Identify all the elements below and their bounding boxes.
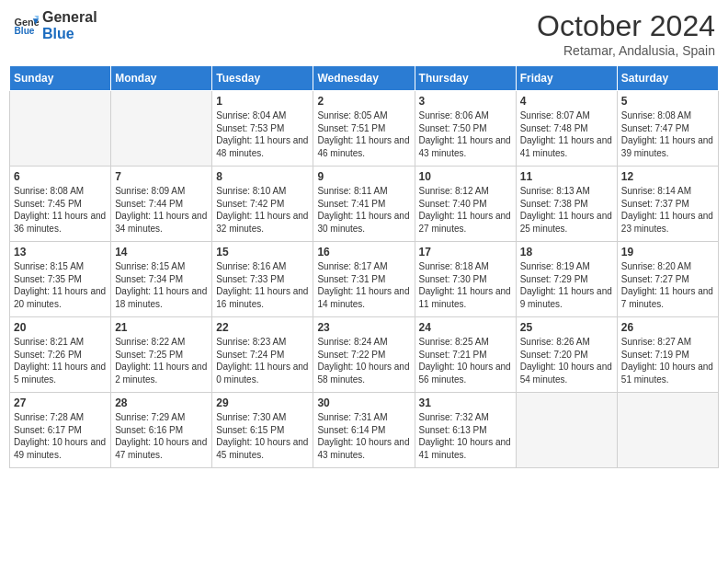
- day-number: 12: [621, 170, 714, 183]
- day-number: 20: [14, 321, 107, 334]
- calendar-cell: 9Sunrise: 8:11 AM Sunset: 7:41 PM Daylig…: [313, 167, 415, 242]
- calendar-cell: 16Sunrise: 8:17 AM Sunset: 7:31 PM Dayli…: [313, 242, 415, 317]
- day-number: 14: [115, 246, 208, 259]
- calendar-cell: 3Sunrise: 8:06 AM Sunset: 7:50 PM Daylig…: [415, 91, 516, 167]
- day-number: 19: [621, 246, 714, 259]
- title-block: October 2024 Retamar, Andalusia, Spain: [537, 9, 715, 58]
- calendar-cell: 17Sunrise: 8:18 AM Sunset: 7:30 PM Dayli…: [415, 242, 516, 317]
- calendar-cell: 20Sunrise: 8:21 AM Sunset: 7:26 PM Dayli…: [10, 317, 111, 393]
- calendar-cell: 14Sunrise: 8:15 AM Sunset: 7:34 PM Dayli…: [111, 242, 212, 317]
- calendar-cell: 29Sunrise: 7:30 AM Sunset: 6:15 PM Dayli…: [212, 393, 313, 468]
- weekday-header-row: SundayMondayTuesdayWednesdayThursdayFrid…: [10, 66, 719, 91]
- cell-info: Sunrise: 8:17 AM Sunset: 7:31 PM Dayligh…: [317, 260, 410, 310]
- day-number: 23: [317, 321, 410, 334]
- calendar-week-row: 27Sunrise: 7:28 AM Sunset: 6:17 PM Dayli…: [10, 393, 719, 468]
- cell-info: Sunrise: 8:08 AM Sunset: 7:45 PM Dayligh…: [14, 185, 107, 235]
- cell-info: Sunrise: 8:15 AM Sunset: 7:34 PM Dayligh…: [115, 260, 208, 310]
- cell-info: Sunrise: 8:14 AM Sunset: 7:37 PM Dayligh…: [621, 185, 714, 235]
- day-number: 15: [216, 246, 309, 259]
- cell-info: Sunrise: 8:23 AM Sunset: 7:24 PM Dayligh…: [216, 336, 309, 385]
- calendar-cell: 31Sunrise: 7:32 AM Sunset: 6:13 PM Dayli…: [415, 393, 516, 468]
- calendar-cell: 24Sunrise: 8:25 AM Sunset: 7:21 PM Dayli…: [415, 317, 516, 393]
- weekday-header: Thursday: [415, 66, 516, 91]
- calendar-cell: 27Sunrise: 7:28 AM Sunset: 6:17 PM Dayli…: [10, 393, 111, 468]
- cell-info: Sunrise: 8:20 AM Sunset: 7:27 PM Dayligh…: [621, 260, 714, 310]
- weekday-header: Wednesday: [313, 66, 415, 91]
- cell-info: Sunrise: 8:08 AM Sunset: 7:47 PM Dayligh…: [621, 109, 714, 159]
- day-number: 13: [14, 246, 107, 259]
- day-number: 11: [520, 170, 613, 183]
- day-number: 16: [317, 246, 410, 259]
- svg-text:Blue: Blue: [15, 26, 35, 36]
- calendar-cell: 4Sunrise: 8:07 AM Sunset: 7:48 PM Daylig…: [516, 91, 617, 167]
- cell-info: Sunrise: 8:07 AM Sunset: 7:48 PM Dayligh…: [520, 109, 613, 159]
- logo-icon: General Blue: [13, 13, 39, 39]
- day-number: 10: [419, 170, 512, 183]
- calendar-cell: 7Sunrise: 8:09 AM Sunset: 7:44 PM Daylig…: [111, 167, 212, 242]
- calendar-cell: 22Sunrise: 8:23 AM Sunset: 7:24 PM Dayli…: [212, 317, 313, 393]
- cell-info: Sunrise: 8:25 AM Sunset: 7:21 PM Dayligh…: [419, 336, 512, 385]
- calendar-table: SundayMondayTuesdayWednesdayThursdayFrid…: [9, 65, 719, 468]
- day-number: 28: [115, 396, 208, 409]
- calendar-cell: 18Sunrise: 8:19 AM Sunset: 7:29 PM Dayli…: [516, 242, 617, 317]
- calendar-week-row: 13Sunrise: 8:15 AM Sunset: 7:35 PM Dayli…: [10, 242, 719, 317]
- calendar-cell: [10, 91, 111, 167]
- calendar-cell: 28Sunrise: 7:29 AM Sunset: 6:16 PM Dayli…: [111, 393, 212, 468]
- calendar-cell: 12Sunrise: 8:14 AM Sunset: 7:37 PM Dayli…: [617, 167, 718, 242]
- day-number: 6: [14, 170, 107, 183]
- cell-info: Sunrise: 8:12 AM Sunset: 7:40 PM Dayligh…: [419, 185, 512, 235]
- calendar-cell: 23Sunrise: 8:24 AM Sunset: 7:22 PM Dayli…: [313, 317, 415, 393]
- cell-info: Sunrise: 8:06 AM Sunset: 7:50 PM Dayligh…: [419, 109, 512, 159]
- day-number: 3: [419, 95, 512, 108]
- cell-info: Sunrise: 8:22 AM Sunset: 7:25 PM Dayligh…: [115, 336, 208, 385]
- cell-info: Sunrise: 8:10 AM Sunset: 7:42 PM Dayligh…: [216, 185, 309, 235]
- day-number: 9: [317, 170, 410, 183]
- calendar-cell: 30Sunrise: 7:31 AM Sunset: 6:14 PM Dayli…: [313, 393, 415, 468]
- calendar-cell: 2Sunrise: 8:05 AM Sunset: 7:51 PM Daylig…: [313, 91, 415, 167]
- calendar-cell: 15Sunrise: 8:16 AM Sunset: 7:33 PM Dayli…: [212, 242, 313, 317]
- day-number: 27: [14, 396, 107, 409]
- cell-info: Sunrise: 7:28 AM Sunset: 6:17 PM Dayligh…: [14, 411, 107, 461]
- calendar-cell: 25Sunrise: 8:26 AM Sunset: 7:20 PM Dayli…: [516, 317, 617, 393]
- day-number: 5: [621, 95, 714, 108]
- calendar-week-row: 1Sunrise: 8:04 AM Sunset: 7:53 PM Daylig…: [10, 91, 719, 167]
- cell-info: Sunrise: 8:16 AM Sunset: 7:33 PM Dayligh…: [216, 260, 309, 310]
- calendar-cell: 26Sunrise: 8:27 AM Sunset: 7:19 PM Dayli…: [617, 317, 718, 393]
- location: Retamar, Andalusia, Spain: [537, 43, 715, 58]
- cell-info: Sunrise: 8:09 AM Sunset: 7:44 PM Dayligh…: [115, 185, 208, 235]
- day-number: 25: [520, 321, 613, 334]
- calendar-week-row: 20Sunrise: 8:21 AM Sunset: 7:26 PM Dayli…: [10, 317, 719, 393]
- calendar-cell: [111, 91, 212, 167]
- calendar-cell: 8Sunrise: 8:10 AM Sunset: 7:42 PM Daylig…: [212, 167, 313, 242]
- calendar-cell: 21Sunrise: 8:22 AM Sunset: 7:25 PM Dayli…: [111, 317, 212, 393]
- page-header: General Blue General Blue October 2024 R…: [9, 9, 719, 58]
- cell-info: Sunrise: 8:13 AM Sunset: 7:38 PM Dayligh…: [520, 185, 613, 235]
- calendar-cell: 11Sunrise: 8:13 AM Sunset: 7:38 PM Dayli…: [516, 167, 617, 242]
- day-number: 21: [115, 321, 208, 334]
- month-title: October 2024: [537, 9, 715, 43]
- calendar-cell: 19Sunrise: 8:20 AM Sunset: 7:27 PM Dayli…: [617, 242, 718, 317]
- cell-info: Sunrise: 8:27 AM Sunset: 7:19 PM Dayligh…: [621, 336, 714, 385]
- weekday-header: Sunday: [10, 66, 111, 91]
- day-number: 17: [419, 246, 512, 259]
- calendar-cell: 6Sunrise: 8:08 AM Sunset: 7:45 PM Daylig…: [10, 167, 111, 242]
- day-number: 8: [216, 170, 309, 183]
- calendar-cell: 10Sunrise: 8:12 AM Sunset: 7:40 PM Dayli…: [415, 167, 516, 242]
- calendar-cell: [617, 393, 718, 468]
- day-number: 1: [216, 95, 309, 108]
- cell-info: Sunrise: 7:29 AM Sunset: 6:16 PM Dayligh…: [115, 411, 208, 461]
- cell-info: Sunrise: 8:19 AM Sunset: 7:29 PM Dayligh…: [520, 260, 613, 310]
- logo-general: General: [42, 9, 97, 26]
- day-number: 18: [520, 246, 613, 259]
- day-number: 4: [520, 95, 613, 108]
- cell-info: Sunrise: 7:30 AM Sunset: 6:15 PM Dayligh…: [216, 411, 309, 461]
- day-number: 26: [621, 321, 714, 334]
- cell-info: Sunrise: 8:21 AM Sunset: 7:26 PM Dayligh…: [14, 336, 107, 385]
- cell-info: Sunrise: 8:11 AM Sunset: 7:41 PM Dayligh…: [317, 185, 410, 235]
- cell-info: Sunrise: 8:04 AM Sunset: 7:53 PM Dayligh…: [216, 109, 309, 159]
- day-number: 7: [115, 170, 208, 183]
- cell-info: Sunrise: 7:32 AM Sunset: 6:13 PM Dayligh…: [419, 411, 512, 461]
- cell-info: Sunrise: 8:15 AM Sunset: 7:35 PM Dayligh…: [14, 260, 107, 310]
- day-number: 2: [317, 95, 410, 108]
- calendar-cell: 13Sunrise: 8:15 AM Sunset: 7:35 PM Dayli…: [10, 242, 111, 317]
